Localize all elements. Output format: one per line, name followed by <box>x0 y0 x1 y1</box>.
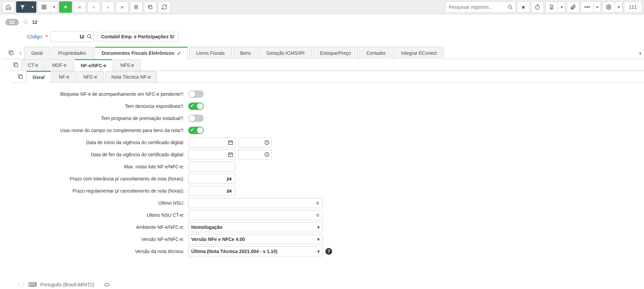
tab-nfe-nfce[interactable]: NF-e/NFC-e <box>74 59 113 71</box>
add-button[interactable]: + <box>59 1 72 13</box>
more-dropdown-button[interactable]: ▾ <box>594 1 601 13</box>
toggle-premiacao[interactable] <box>188 115 204 122</box>
input-ultimo-nsu-cte[interactable] <box>188 210 323 220</box>
tabs-level1: ‹ Geral Propriedades Documentos Fiscais … <box>2 47 644 59</box>
svg-rect-15 <box>15 64 18 67</box>
tab-geral[interactable]: Geral <box>24 47 50 59</box>
record-bar: 12 ☆ 12 <box>0 14 644 30</box>
filter-dropdown-button[interactable]: ▾ <box>29 1 36 13</box>
svg-rect-0 <box>42 5 46 9</box>
grid-button[interactable] <box>38 1 50 13</box>
label-ultimo-nsu-cte: Último NSU CT-e: <box>20 212 188 218</box>
required-marker: * <box>46 34 47 39</box>
grid-split-button: ▾ <box>38 1 58 13</box>
input-prazo-reg[interactable] <box>188 186 235 196</box>
first-button[interactable]: « <box>73 1 86 13</box>
next-button[interactable]: › <box>102 1 114 13</box>
label-usar-nome: Usar nome do campo no complemento para i… <box>20 128 188 133</box>
clock-icon[interactable] <box>264 140 270 145</box>
search-input[interactable] <box>445 1 516 13</box>
form: Bloquear NF-e de acompanhamento em NFC-e… <box>0 83 644 257</box>
tab-geracao-icms-ipi[interactable]: Geração ICMS/IPI <box>259 47 312 59</box>
calendar-icon[interactable] <box>228 140 233 145</box>
prev-button[interactable]: ‹ <box>87 1 100 13</box>
home-button[interactable] <box>2 1 15 13</box>
star-icon[interactable]: ☆ <box>22 18 29 27</box>
tab-integrar-econect[interactable]: Integrar EConect <box>394 47 444 59</box>
last-button[interactable]: » <box>116 1 128 13</box>
label-max-notas: Max. notas lote NF-e/NFC-e: <box>20 164 188 169</box>
record-name: Contabil Emp. e Participações S/ <box>97 32 179 41</box>
favorite-button[interactable]: ★ <box>517 1 530 13</box>
grid-dropdown-button[interactable]: ▾ <box>50 1 58 13</box>
record-count: 111 <box>624 1 642 13</box>
copy-button[interactable] <box>144 1 157 13</box>
copy-tabs-icon[interactable] <box>5 48 17 58</box>
tab-propriedades[interactable]: Propriedades <box>51 47 93 59</box>
toggle-block-nfe[interactable] <box>188 90 204 98</box>
star-count: 12 <box>32 19 38 25</box>
svg-rect-17 <box>229 141 233 144</box>
tab-nfse[interactable]: NFS-e <box>114 59 140 71</box>
select-ambiente[interactable]: Homologação▾ <box>188 222 323 232</box>
tab-bens[interactable]: Bens <box>233 47 258 59</box>
tabs-scroll-right[interactable]: › <box>636 47 644 59</box>
label-fim-cert: Data de fim da vigência do certificado d… <box>20 152 188 157</box>
export-dropdown-button[interactable]: ▾ <box>558 1 565 13</box>
tab-geral-sub[interactable]: Geral <box>26 71 51 83</box>
tab-mdfe[interactable]: MDF-e <box>46 59 73 71</box>
global-search <box>445 1 516 13</box>
select-versao[interactable]: Versão NFe e NFCe 4.00▾ <box>188 234 323 244</box>
more-button[interactable]: ••• <box>581 1 594 13</box>
label-denuncia: Tem denúncia espontânea?: <box>20 104 188 109</box>
filter-split-button: ▾ <box>16 1 36 13</box>
label-block-nfe: Bloquear NF-e de acompanhamento em NFC-e… <box>20 91 188 97</box>
header-row: Código: * Contabil Emp. e Participações … <box>0 30 644 47</box>
input-prazo-tol[interactable] <box>188 174 235 184</box>
copy-tabs2-icon[interactable] <box>10 60 22 70</box>
record-id-badge: 12 <box>5 19 19 26</box>
svg-point-11 <box>608 6 610 8</box>
timer-button[interactable] <box>531 1 544 13</box>
tab-estoque-preco[interactable]: Estoque/Preço <box>313 47 358 59</box>
tab-nfce-sub[interactable]: NFC-e <box>77 71 104 82</box>
tab-documentos-fiscais[interactable]: Documentos Fiscais Eletrônicos ⤢ <box>95 47 188 59</box>
chevron-down-icon: ▾ <box>317 237 320 242</box>
tabs-level3: Geral NF-e NFC-e Nota Técnica NF-e <box>11 71 644 82</box>
svg-rect-5 <box>149 6 152 9</box>
filter-button[interactable] <box>16 1 29 13</box>
code-input[interactable] <box>50 31 94 42</box>
toggle-denuncia[interactable] <box>188 102 204 110</box>
chevron-down-icon: ▾ <box>317 224 320 230</box>
select-nota-tecnica[interactable]: Última (Nota Técnica 2021.004 - v 1.10)▾ <box>188 246 323 256</box>
code-label: Código: <box>27 34 43 39</box>
label-prazo-tol: Prazo com tolerância p/ cancelamento de … <box>20 176 188 181</box>
help-icon[interactable]: ? <box>325 248 332 255</box>
tab-nfe-sub[interactable]: NF-e <box>52 71 76 82</box>
svg-line-30 <box>267 155 268 155</box>
settings-dropdown-button[interactable]: ▾ <box>615 1 622 13</box>
tab-livros-fiscais[interactable]: Livros Fiscais <box>189 47 232 59</box>
label-versao: Versão NF-e/NFC-e: <box>20 237 188 242</box>
export-button[interactable] <box>545 1 558 13</box>
main-toolbar: ▾ ▾ + « ‹ › » ★ ▾ ••• ▾ <box>0 0 644 14</box>
attach-button[interactable] <box>567 1 579 13</box>
copy-tabs3-icon[interactable] <box>15 72 26 82</box>
tabs-scroll-left[interactable]: ‹ <box>17 47 24 58</box>
input-ultimo-nsu[interactable] <box>188 198 323 208</box>
delete-button[interactable] <box>130 1 143 13</box>
tab-nota-tecnica[interactable]: Nota Técnica NF-e <box>105 71 157 82</box>
svg-rect-16 <box>19 76 23 79</box>
chevron-down-icon: ▾ <box>317 249 320 254</box>
input-max-notas[interactable] <box>188 162 235 172</box>
label-ambiente: Ambiente NF-e/NFC-e: <box>20 224 188 230</box>
refresh-button[interactable] <box>158 1 171 13</box>
expand-icon[interactable]: ⤢ <box>177 51 181 56</box>
tab-contador[interactable]: Contador <box>359 47 393 59</box>
tab-cte[interactable]: CT-e <box>22 59 44 71</box>
label-prazo-reg: Prazo regulamentar p/ cancelamento de no… <box>20 188 188 194</box>
settings-button[interactable] <box>602 1 615 13</box>
toggle-usar-nome[interactable] <box>188 127 204 134</box>
clock-icon[interactable] <box>264 152 270 157</box>
calendar-icon[interactable] <box>228 152 233 157</box>
